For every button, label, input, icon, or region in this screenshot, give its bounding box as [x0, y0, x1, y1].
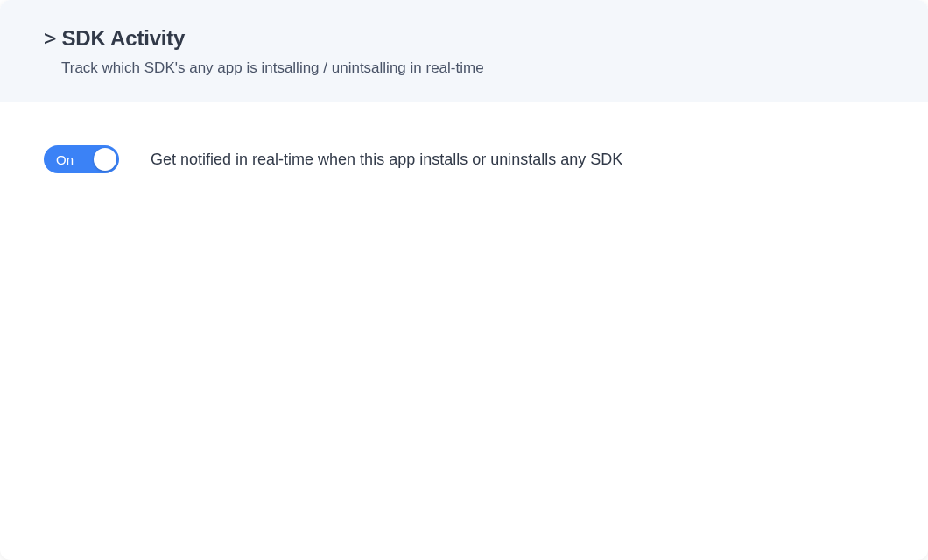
- notification-toggle-row: On Get notified in real-time when this a…: [44, 145, 884, 173]
- notification-toggle[interactable]: On: [44, 145, 119, 173]
- card-content: On Get notified in real-time when this a…: [0, 102, 928, 173]
- toggle-description: Get notified in real-time when this app …: [151, 150, 622, 169]
- chevron-right-icon: >: [44, 28, 56, 49]
- toggle-knob-icon: [94, 148, 116, 171]
- card-header: > SDK Activity Track which SDK's any app…: [0, 0, 928, 102]
- toggle-state-label: On: [44, 152, 74, 167]
- sdk-activity-card: > SDK Activity Track which SDK's any app…: [0, 0, 928, 560]
- title-row: > SDK Activity: [44, 26, 884, 51]
- section-subtitle: Track which SDK's any app is intsalling …: [61, 60, 884, 77]
- section-title: SDK Activity: [61, 26, 185, 51]
